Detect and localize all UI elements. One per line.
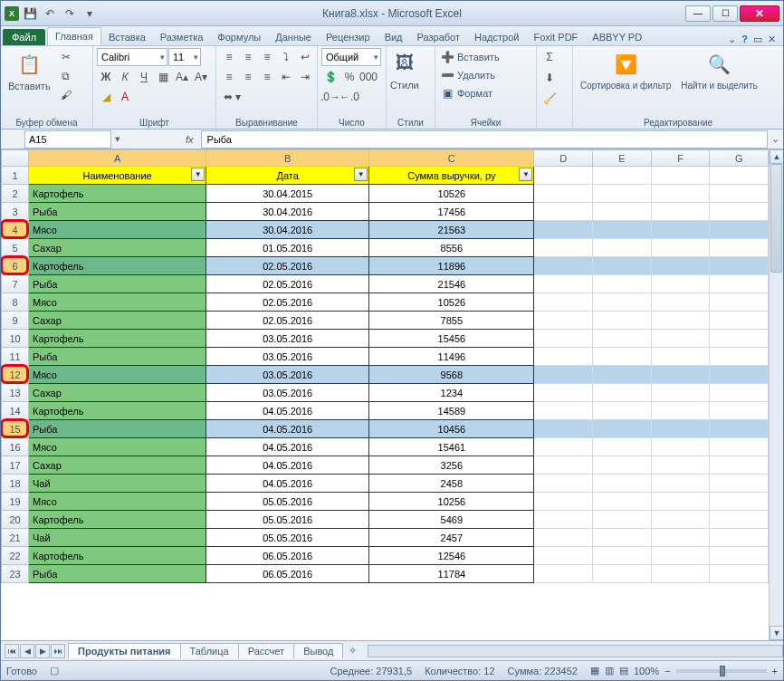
empty-cell[interactable]	[534, 293, 593, 312]
table-header-cell[interactable]: Наименование▼	[29, 167, 206, 185]
scroll-down-icon[interactable]: ▼	[770, 626, 783, 640]
cell-B14[interactable]: 04.05.2016	[206, 402, 369, 420]
cell-B13[interactable]: 03.05.2016	[206, 384, 369, 402]
clear-icon[interactable]: 🧹	[540, 90, 559, 108]
empty-cell[interactable]	[651, 203, 710, 221]
filter-dropdown-icon[interactable]: ▼	[191, 168, 205, 181]
zoom-slider[interactable]	[676, 669, 767, 673]
empty-cell[interactable]	[593, 565, 652, 583]
cell-B23[interactable]: 06.05.2016	[206, 565, 369, 583]
delete-cells-button[interactable]: ➖Удалить	[439, 66, 530, 84]
empty-cell[interactable]	[710, 565, 769, 583]
cell-C6[interactable]: 11896	[369, 257, 534, 275]
underline-button[interactable]: Ч	[135, 68, 153, 86]
ribbon-minimize-icon[interactable]: ⌄	[728, 34, 736, 45]
ribbon-tab-3[interactable]: Формулы	[210, 29, 268, 45]
cell-B15[interactable]: 04.05.2016	[206, 420, 369, 438]
cell-B16[interactable]: 04.05.2016	[206, 438, 369, 456]
name-box[interactable]: A15	[24, 130, 111, 149]
empty-cell[interactable]	[710, 275, 769, 293]
qat-dropdown-icon[interactable]: ▾	[81, 5, 99, 23]
cell-C10[interactable]: 15456	[369, 330, 534, 348]
empty-cell[interactable]	[710, 438, 769, 456]
cell-A20[interactable]: Картофель	[29, 511, 206, 529]
cell-A8[interactable]: Мясо	[29, 293, 206, 312]
ribbon-tab-2[interactable]: Разметка	[153, 29, 211, 45]
formula-input[interactable]: Рыба	[201, 130, 768, 149]
new-sheet-button[interactable]: ✧	[343, 645, 362, 657]
macro-record-icon[interactable]: ▢	[50, 665, 59, 676]
ribbon-tab-10[interactable]: ABBYY PD	[585, 29, 649, 45]
format-cells-button[interactable]: ▣Формат	[439, 84, 530, 102]
cell-C12[interactable]: 9568	[369, 366, 534, 384]
empty-cell[interactable]	[710, 456, 769, 475]
empty-cell[interactable]	[651, 221, 710, 239]
find-select-button[interactable]: 🔍 Найти и выделить	[677, 48, 760, 92]
empty-cell[interactable]	[593, 167, 652, 185]
ribbon-tab-0[interactable]: Главная	[47, 27, 101, 45]
empty-cell[interactable]	[710, 312, 769, 330]
cell-B18[interactable]: 04.05.2016	[206, 475, 369, 493]
empty-cell[interactable]	[651, 511, 710, 529]
insert-cells-button[interactable]: ➕Вставить	[439, 48, 530, 66]
table-header-cell[interactable]: Дата▼	[206, 167, 369, 185]
sheet-tab-2[interactable]: Рассчет	[238, 643, 295, 658]
empty-cell[interactable]	[710, 493, 769, 511]
cell-A15[interactable]: Рыба	[29, 420, 206, 438]
sheet-tab-1[interactable]: Таблица	[180, 643, 239, 658]
empty-cell[interactable]	[710, 366, 769, 384]
cell-B11[interactable]: 03.05.2016	[206, 348, 369, 366]
empty-cell[interactable]	[534, 221, 593, 239]
ribbon-tab-8[interactable]: Надстрой	[467, 29, 526, 45]
empty-cell[interactable]	[593, 456, 652, 475]
empty-cell[interactable]	[651, 529, 710, 547]
cut-icon[interactable]: ✂	[57, 48, 75, 66]
qat-redo-icon[interactable]: ↷	[61, 5, 79, 23]
sheet-nav-first-icon[interactable]: ⏮	[5, 644, 19, 658]
cell-A22[interactable]: Картофель	[29, 547, 206, 565]
shrink-font-icon[interactable]: A▾	[192, 68, 210, 86]
empty-cell[interactable]	[710, 257, 769, 275]
empty-cell[interactable]	[651, 275, 710, 293]
fill-color-button[interactable]: ◢	[97, 88, 115, 106]
row-header-23[interactable]: 23	[2, 565, 29, 583]
empty-cell[interactable]	[651, 167, 710, 185]
table-header-cell[interactable]: Сумма выручки, ру▼	[369, 167, 534, 185]
empty-cell[interactable]	[534, 438, 593, 456]
currency-icon[interactable]: 💲	[321, 68, 339, 86]
row-header-21[interactable]: 21	[2, 529, 29, 547]
cell-C13[interactable]: 1234	[369, 384, 534, 402]
row-header-10[interactable]: 10	[2, 330, 29, 348]
align-bottom-icon[interactable]: ≡	[258, 48, 276, 66]
scroll-thumb[interactable]	[770, 164, 782, 273]
copy-icon[interactable]: ⧉	[57, 67, 75, 85]
empty-cell[interactable]	[710, 529, 769, 547]
empty-cell[interactable]	[593, 275, 652, 293]
ribbon-tab-1[interactable]: Вставка	[101, 29, 153, 45]
cell-B12[interactable]: 03.05.2016	[206, 366, 369, 384]
empty-cell[interactable]	[534, 185, 593, 203]
cell-B6[interactable]: 02.05.2016	[206, 257, 369, 275]
sheet-nav-next-icon[interactable]: ▶	[35, 644, 50, 658]
zoom-level[interactable]: 100%	[634, 666, 659, 676]
cell-B5[interactable]: 01.05.2016	[206, 239, 369, 257]
horizontal-scrollbar[interactable]	[368, 645, 783, 657]
row-header-13[interactable]: 13	[2, 384, 29, 402]
empty-cell[interactable]	[710, 330, 769, 348]
window-close-icon[interactable]: ✕	[768, 34, 776, 45]
cell-C16[interactable]: 15461	[369, 438, 534, 456]
empty-cell[interactable]	[710, 420, 769, 438]
cell-C8[interactable]: 10526	[369, 293, 534, 312]
empty-cell[interactable]	[593, 257, 652, 275]
empty-cell[interactable]	[593, 203, 652, 221]
empty-cell[interactable]	[710, 384, 769, 402]
cell-B3[interactable]: 30.04.2016	[206, 203, 369, 221]
cell-C15[interactable]: 10456	[369, 420, 534, 438]
empty-cell[interactable]	[534, 366, 593, 384]
empty-cell[interactable]	[534, 511, 593, 529]
italic-button[interactable]: К	[116, 68, 134, 86]
wrap-text-icon[interactable]: ↩	[296, 48, 314, 66]
empty-cell[interactable]	[534, 475, 593, 493]
align-right-icon[interactable]: ≡	[258, 68, 276, 86]
zoom-out-button[interactable]: −	[664, 666, 670, 676]
